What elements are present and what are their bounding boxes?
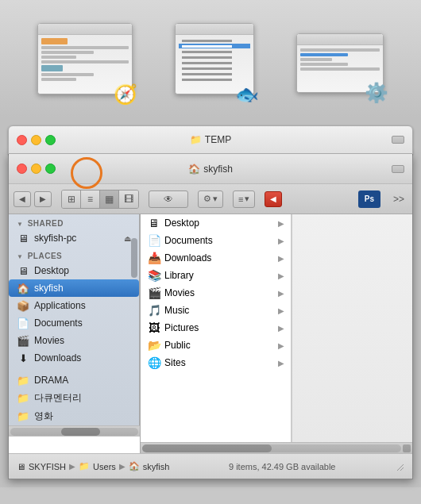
path-home-icon: 🏠 (129, 461, 140, 471)
music-arrow: ▶ (278, 306, 284, 315)
thumbnail-3-container: ⚙️ (296, 25, 384, 93)
drama-label: DRAMA (34, 375, 68, 386)
list-view-button[interactable]: ≡ (81, 190, 100, 208)
sort-icon: ≡ (238, 194, 243, 204)
downloads-label: Downloads (34, 352, 81, 364)
file-row-library[interactable]: 📚 Library ▶ (141, 267, 291, 284)
sidebar-item-movies2[interactable]: 📁 영화 (9, 407, 139, 425)
temp-window-buttons (17, 135, 56, 145)
drama-folder-icon: 📁 (17, 374, 29, 387)
column-view-button[interactable]: ▦ (100, 190, 119, 208)
public-file-name: Public (164, 340, 275, 351)
back-button[interactable]: ◀ (14, 191, 31, 207)
sidebar-item-movies[interactable]: 🎬 Movies (9, 332, 139, 349)
sidebar: ▼ SHARED 🖥 skyfish-pc ⏏ ▼ PLACES 🖥 (9, 214, 140, 425)
desktop-file-name: Desktop (164, 217, 275, 229)
temp-close-button[interactable] (17, 135, 27, 145)
settings-icon: ⚙️ (365, 82, 388, 104)
file-row-desktop[interactable]: 🖥 Desktop ▶ (141, 214, 291, 232)
file-row-pictures[interactable]: 🖼 Pictures ▶ (141, 319, 291, 337)
path-user-text: skyfish (143, 462, 170, 471)
file-row-downloads[interactable]: 📥 Downloads ▶ (141, 249, 291, 267)
sidebar-scrollbar[interactable] (130, 214, 138, 442)
cover-flow-button[interactable]: 🎞 (119, 190, 138, 208)
documents-icon: 📄 (17, 317, 29, 329)
icon-view-button[interactable]: ⊞ (62, 190, 81, 208)
finder-resize-button[interactable] (392, 165, 404, 173)
finder-title-text: skyfish (203, 164, 233, 175)
documents-file-name: Documents (164, 235, 275, 246)
sites-file-name: Sites (164, 357, 275, 368)
resize-handle[interactable] (395, 462, 404, 471)
temp-minimize-button[interactable] (31, 135, 41, 145)
red-back-button[interactable]: ◀ (265, 191, 282, 207)
temp-folder-icon: 📁 (190, 134, 202, 145)
finder-toolbar: ◀ ▶ ⊞ ≡ ▦ 🎞 👁 ⚙ ▾ ≡ (9, 184, 412, 214)
computer-icon: 🖥 (17, 232, 29, 244)
more-tools-button[interactable]: >> (390, 194, 407, 205)
finder-close-button[interactable] (17, 164, 27, 174)
sidebar-item-downloads[interactable]: ⬇ Downloads (9, 349, 139, 367)
downloads-arrow: ▶ (278, 254, 284, 263)
movies-label: Movies (34, 335, 64, 346)
places-triangle: ▼ (17, 253, 23, 260)
finder-titlebar: 🏠 skyfish (9, 154, 412, 184)
skyfish-label: skyfish (34, 283, 64, 294)
pictures-arrow: ▶ (278, 324, 284, 333)
file-row-public[interactable]: 📂 Public ▶ (141, 337, 291, 354)
sidebar-item-desktop[interactable]: 🖥 Desktop (9, 262, 139, 279)
movies-arrow: ▶ (278, 289, 284, 298)
downloads-file-name: Downloads (164, 252, 275, 264)
temp-resize-button[interactable] (392, 136, 404, 144)
sort-arrow: ▾ (245, 194, 249, 204)
pictures-file-name: Pictures (164, 322, 275, 333)
action-button[interactable]: ⚙ ▾ (198, 190, 223, 208)
quick-look-button[interactable]: 👁 (149, 190, 188, 208)
home-icon: 🏠 (17, 282, 29, 294)
path-folder-icon: 📁 (79, 461, 90, 471)
finder-window-buttons (17, 164, 56, 174)
forward-button[interactable]: ▶ (34, 191, 52, 207)
sites-file-icon: 🌐 (147, 356, 161, 370)
music-file-name: Music (164, 305, 275, 316)
sidebar-item-applications[interactable]: 📦 Applications (9, 297, 139, 314)
public-arrow: ▶ (278, 341, 284, 350)
photoshop-badge[interactable]: Ps (358, 190, 380, 208)
path-skyfish-icon: 🖥 (17, 462, 25, 471)
sidebar-item-documents[interactable]: 📄 Documents (9, 314, 139, 332)
finder-title: 🏠 skyfish (188, 164, 233, 175)
path-skyfish-text: SKYFISH (29, 462, 66, 471)
file-row-music[interactable]: 🎵 Music ▶ (141, 302, 291, 319)
documents-label: Documents (34, 317, 83, 329)
file-list-h-scrollbar[interactable] (141, 442, 412, 453)
eye-icon: 👁 (164, 194, 173, 205)
svg-line-0 (397, 464, 404, 471)
view-buttons-group: ⊞ ≡ ▦ 🎞 (61, 190, 139, 209)
finder-minimize-button[interactable] (31, 164, 41, 174)
temp-window-title: 📁 TEMP (190, 134, 231, 145)
applications-icon: 📦 (17, 299, 29, 312)
file-row-sites[interactable]: 🌐 Sites ▶ (141, 354, 291, 371)
finder-icon: 🐟 (235, 83, 259, 106)
movies-file-icon: 🎬 (147, 286, 161, 300)
thumbnail-2-container: 🐟 (175, 23, 254, 94)
temp-maximize-button[interactable] (45, 135, 56, 145)
finder-maximize-button[interactable] (45, 164, 56, 174)
file-row-movies[interactable]: 🎬 Movies ▶ (141, 284, 291, 302)
svg-line-1 (400, 467, 404, 471)
sidebar-h-scrollbar[interactable] (9, 425, 140, 437)
sidebar-item-skyfish[interactable]: 🏠 skyfish (9, 279, 139, 297)
scroll-end-btn[interactable] (403, 444, 411, 452)
documents-file-icon: 📄 (147, 233, 161, 248)
safari-icon: 🧭 (114, 83, 137, 106)
path-arrow-2: ▶ (119, 462, 126, 471)
library-file-icon: 📚 (147, 268, 161, 283)
shared-header-text: SHARED (28, 219, 64, 228)
status-info: 9 items, 42.49 GB available (229, 462, 336, 471)
sidebar-item-skyfish-pc[interactable]: 🖥 skyfish-pc ⏏ (9, 229, 139, 247)
file-row-documents[interactable]: 📄 Documents ▶ (141, 232, 291, 249)
desktop-icon: 🖥 (17, 264, 29, 277)
sidebar-item-documentary[interactable]: 📁 다큐멘터리 (9, 389, 139, 407)
sort-button[interactable]: ≡ ▾ (233, 190, 255, 208)
sidebar-item-drama[interactable]: 📁 DRAMA (9, 371, 139, 389)
